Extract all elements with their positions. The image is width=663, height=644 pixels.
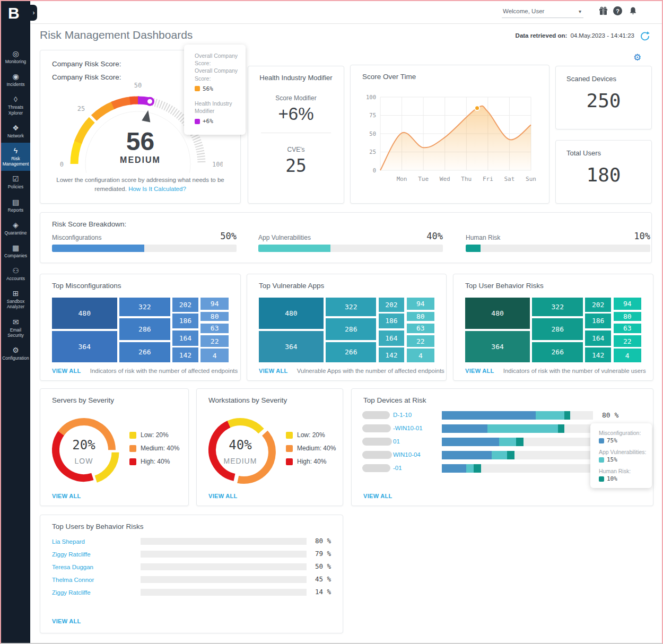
app-logo[interactable]: B [1, 1, 30, 22]
tooltip-modifier-label: Health Industry Modifier [195, 100, 246, 115]
treemap-tile[interactable]: 80 [614, 312, 641, 321]
treemap-tile[interactable]: 202 [585, 298, 610, 312]
health-industry-modifier-card: Health Industry Modifier Score Modifier … [248, 66, 344, 204]
view-all-link[interactable]: VIEW ALL [208, 493, 238, 499]
tooltip-overall-score-value: 56% [195, 85, 246, 92]
treemap-tile[interactable]: 63 [614, 324, 641, 334]
treemap-tile[interactable]: 80 [200, 312, 229, 321]
user-link[interactable]: Lia Shepard [52, 538, 85, 545]
score-over-time-chart: 0255075100MonTueWedThuFriSatSun [358, 86, 542, 195]
treemap-tile[interactable]: 4 [200, 349, 229, 362]
device-link[interactable]: D-1-10 [393, 412, 412, 418]
how-is-it-calculated-link[interactable]: How Is It Calculated? [128, 186, 186, 192]
treemap-tile[interactable]: 94 [407, 298, 434, 310]
dashboard-settings-gear-icon[interactable]: ⚙ [633, 52, 641, 63]
sidebar-item[interactable]: ✉ Email Security [1, 314, 30, 342]
user-risk-value: 79 % [315, 550, 331, 558]
treemap-tile[interactable]: 322 [532, 298, 583, 316]
treemap-tile[interactable]: 266 [326, 342, 376, 362]
view-all-link[interactable]: VIEW ALL [363, 493, 392, 499]
user-menu-dropdown[interactable]: Welcome, User ▾ [502, 6, 583, 18]
treemap-tile[interactable]: 4 [614, 349, 641, 362]
treemap-tile[interactable]: 364 [259, 331, 324, 362]
user-risk-bar [141, 576, 307, 583]
treemap-tile[interactable]: 164 [585, 330, 610, 346]
treemap-tile[interactable]: 322 [119, 298, 170, 316]
view-all-link[interactable]: VIEW ALL [52, 493, 81, 499]
treemap-tile[interactable]: 22 [200, 335, 229, 347]
user-link[interactable]: Teresa Duggan [52, 564, 93, 570]
treemap-tile[interactable]: 286 [326, 318, 376, 340]
treemap-tile[interactable]: 80 [407, 312, 434, 321]
treemap-tile[interactable]: 63 [407, 324, 434, 334]
sidebar-item[interactable]: ⊞ Sandbox Analyzer [1, 285, 30, 314]
sidebar-item[interactable]: ⚙ Configuration [1, 342, 30, 365]
legend-item: Low: 20% [286, 431, 336, 439]
treemap-tile[interactable]: 286 [532, 318, 583, 340]
treemap-tile[interactable]: 164 [379, 330, 404, 346]
gift-icon[interactable] [598, 6, 609, 17]
device-link[interactable]: -WIN10-01 [393, 425, 423, 431]
sidebar-item[interactable]: ◈ Quarantine [1, 217, 30, 240]
treemap-tile[interactable]: 480 [259, 298, 324, 329]
sidebar-item[interactable]: ϟ Risk Management [1, 143, 30, 171]
workstations-severity-title: Workstations by Severity [208, 396, 287, 404]
treemap-tile[interactable]: 480 [465, 298, 530, 329]
app-vulnerabilities-segment [487, 424, 559, 433]
treemap-tile[interactable]: 364 [52, 331, 117, 362]
sidebar-item-icon: ⚇ [12, 267, 19, 274]
treemap-tile[interactable]: 142 [172, 347, 198, 362]
sidebar-item[interactable]: ⚇ Accounts [1, 263, 30, 285]
treemap-tile[interactable]: 22 [614, 335, 641, 347]
notifications-bell-icon[interactable] [628, 6, 639, 17]
treemap-tile[interactable]: 266 [532, 342, 583, 362]
misconfiguration-segment [442, 411, 536, 420]
sidebar-item-icon: ❖ [12, 124, 19, 132]
treemap-tile[interactable]: 322 [326, 298, 376, 316]
sidebar-item[interactable]: ◊ Threats Xplorer [1, 91, 30, 119]
treemap-tile[interactable]: 202 [379, 298, 404, 312]
view-all-link[interactable]: VIEW ALL [52, 368, 81, 374]
treemap-tile[interactable]: 186 [172, 314, 198, 328]
sidebar-item[interactable]: ◉ Incidents [1, 68, 30, 91]
treemap-tile[interactable]: 202 [172, 298, 198, 312]
sidebar-item[interactable]: ◎ Monitoring [1, 46, 30, 68]
treemap-tile[interactable]: 266 [119, 342, 170, 362]
device-link[interactable]: 01 [393, 438, 400, 445]
refresh-icon[interactable] [640, 31, 650, 41]
treemap-tile[interactable]: 142 [585, 347, 610, 362]
view-all-link[interactable]: VIEW ALL [259, 368, 288, 374]
treemap-tile[interactable]: 186 [585, 314, 610, 328]
device-link[interactable]: WIN10-04 [393, 451, 421, 458]
legend-label: High: 40% [297, 458, 326, 465]
treemap-tile[interactable]: 480 [52, 298, 117, 329]
sidebar-item-label: Email Security [2, 327, 30, 338]
treemap-tile[interactable]: 94 [200, 298, 229, 310]
user-link[interactable]: Ziggy Ratcliffe [52, 589, 91, 596]
sidebar-item[interactable]: ▤ Reports [1, 194, 30, 217]
data-retrieved-label: Data retrieved on: [516, 32, 568, 39]
view-all-link[interactable]: VIEW ALL [465, 368, 494, 374]
chevron-down-icon: ▾ [579, 8, 581, 14]
treemap-tile[interactable]: 186 [379, 314, 404, 328]
help-icon[interactable]: ? [613, 6, 624, 17]
user-link[interactable]: Ziggy Ratcliffe [52, 551, 91, 558]
device-link[interactable]: -01 [393, 465, 402, 471]
treemap-tile[interactable]: 4 [407, 349, 434, 362]
treemap-tile[interactable]: 63 [200, 324, 229, 334]
treemap-tile[interactable]: 364 [465, 331, 530, 362]
treemap-tile[interactable]: 142 [379, 347, 404, 362]
treemap-tile[interactable]: 286 [119, 318, 170, 340]
view-all-link[interactable]: VIEW ALL [52, 618, 81, 624]
company-risk-score-label: Company Risk Score: [52, 60, 121, 68]
treemap-tile[interactable]: 164 [172, 330, 198, 346]
treemap-tile[interactable]: 22 [407, 335, 434, 347]
sidebar-item[interactable]: ❖ Network [1, 120, 30, 143]
legend-label: Medium: 40% [297, 445, 336, 452]
treemap-tile[interactable]: 94 [614, 298, 641, 310]
sidebar-collapse-button[interactable]: › [30, 5, 37, 21]
legend-swatch [129, 432, 136, 439]
user-link[interactable]: Thelma Connor [52, 577, 94, 583]
sidebar-item[interactable]: ☑ Policies [1, 171, 30, 194]
sidebar-item[interactable]: ▦ Companies [1, 240, 30, 263]
